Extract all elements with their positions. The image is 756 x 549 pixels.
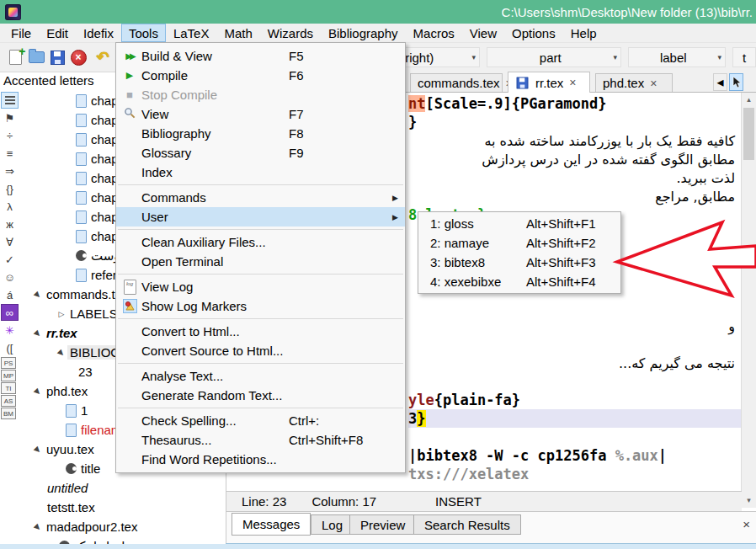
menu-item-label: Thesaurus... — [141, 433, 211, 447]
ps-icon[interactable]: PS — [1, 357, 16, 369]
menu-item-clean-auxiliary-files-[interactable]: Clean Auxiliary Files... — [116, 232, 405, 252]
tab-commands-tex[interactable]: commands.tex× — [410, 73, 503, 92]
tab-close-icon[interactable]: × — [650, 77, 657, 90]
braces-icon[interactable]: {} — [1, 180, 19, 197]
menu-item-glossary[interactable]: GlossaryF9 — [116, 143, 405, 163]
titlebar[interactable]: C:\Users\shm\Desktop\New folder (13)\bib… — [0, 0, 756, 24]
tab-close-icon[interactable]: × — [569, 76, 576, 89]
menu-item-commands[interactable]: Commands▶ — [116, 188, 405, 207]
menu-view[interactable]: View — [462, 24, 504, 42]
menu-macros[interactable]: Macros — [406, 24, 462, 42]
panel-tab-preview[interactable]: Preview — [349, 514, 416, 535]
menu-options[interactable]: Options — [504, 24, 563, 42]
menu-item-show-log-markers[interactable]: Show Log Markers — [116, 296, 405, 316]
reference-combo[interactable]: label▾ — [628, 47, 726, 67]
menu-wizards[interactable]: Wizards — [260, 24, 321, 42]
menu-idefix[interactable]: Idefix — [76, 24, 121, 42]
panel-tab-log[interactable]: Log — [311, 514, 354, 535]
brackets-icon[interactable]: ([ — [1, 339, 19, 356]
sectioning-combo[interactable]: part▾ — [487, 47, 621, 67]
expander-open-icon[interactable]: ▶ — [31, 287, 45, 301]
tree-item[interactable]: tetstt.tex — [22, 498, 226, 517]
menu-file[interactable]: File — [3, 24, 39, 42]
menu-item-user[interactable]: User▶ — [116, 207, 405, 227]
structure-icon[interactable] — [1, 92, 19, 109]
expander-open-icon[interactable]: ▶ — [31, 442, 45, 456]
undo-button[interactable]: ↶ — [93, 47, 113, 67]
menu-item-compile[interactable]: ▶CompileF6 — [116, 66, 405, 85]
tree-item[interactable]: untitled — [22, 478, 226, 498]
menu-help[interactable]: Help — [563, 24, 604, 42]
ti-icon[interactable]: TI — [1, 382, 16, 394]
tab-cursor-button[interactable] — [729, 73, 743, 91]
asterisk-icon[interactable]: ✳ — [1, 322, 19, 338]
menu-item-open-terminal[interactable]: Open Terminal — [116, 252, 405, 271]
menu-item-build-view[interactable]: ▶▶Build & ViewF5 — [116, 46, 405, 66]
panel-tab-search-results[interactable]: Search Results — [413, 514, 521, 535]
tab-phd-tex[interactable]: phd.tex× — [595, 73, 673, 92]
menu-item-check-spelling-[interactable]: Check Spelling...Ctrl+: — [116, 411, 405, 430]
save-button[interactable] — [47, 47, 67, 67]
menu-latex[interactable]: LaTeX — [166, 24, 217, 42]
panel-tab-messages[interactable]: Messages — [232, 513, 311, 536]
scrollbar-thumb[interactable] — [743, 108, 754, 160]
menu-item-find-word-repetitions-[interactable]: Find Word Repetitions... — [116, 450, 405, 469]
menu-item-analyse-text-[interactable]: Analyse Text... — [116, 366, 405, 386]
equiv-icon[interactable]: ≡ — [1, 145, 19, 162]
expander-closed-icon[interactable]: ▷ — [47, 542, 59, 545]
accent-a-icon[interactable]: á — [1, 286, 19, 303]
menu-item-generate-random-text-[interactable]: Generate Random Text... — [116, 386, 405, 405]
file-icon — [76, 269, 87, 282]
menu-item-view[interactable]: ViewF7 — [116, 104, 405, 124]
menu-tools[interactable]: Tools — [121, 24, 166, 42]
tab-rr-tex[interactable]: rr.tex× — [508, 72, 590, 93]
menu-item-label: View Log — [141, 280, 193, 294]
new-file-button[interactable]: + — [5, 47, 25, 67]
menu-edit[interactable]: Edit — [39, 24, 76, 42]
smiley-icon[interactable]: ☺ — [1, 269, 19, 285]
menu-item-convert-source-to-html-[interactable]: Convert Source to Html... — [116, 341, 405, 360]
lambda-icon[interactable]: λ — [1, 198, 19, 215]
panel-close-icon[interactable]: × — [743, 517, 750, 531]
cyrillic-icon[interactable]: ж — [1, 216, 19, 232]
open-button[interactable] — [26, 47, 46, 67]
tree-item[interactable]: ▷ایجاد لینک — [22, 536, 226, 544]
infinity-icon[interactable]: ∞ — [1, 304, 19, 321]
arrow-icon[interactable]: ⇒ — [1, 163, 19, 179]
as-icon[interactable]: AS — [1, 395, 16, 407]
expander-open-icon[interactable]: ▶ — [55, 345, 69, 360]
scroll-down-arrow[interactable]: ▾ — [742, 493, 756, 508]
save-icon — [51, 51, 65, 65]
status-column: Column: 17 — [311, 494, 376, 509]
menu-item-view-log[interactable]: logView Log — [116, 277, 405, 296]
code-line: } — [408, 113, 742, 131]
bookmark-icon[interactable]: ⚑ — [1, 109, 19, 126]
expander-open-icon[interactable]: ▶ — [31, 384, 45, 398]
tree-item[interactable]: ▶madadpour2.tex — [22, 517, 226, 536]
menu-bibliography[interactable]: Bibliography — [321, 24, 406, 42]
mp-icon[interactable]: MP — [1, 370, 16, 381]
menu-item-stop-compile[interactable]: ■Stop Compile — [116, 85, 405, 104]
view-log-icon: log — [124, 280, 136, 295]
close-button[interactable]: × — [68, 47, 88, 67]
expander-closed-icon[interactable]: ▷ — [56, 310, 67, 318]
menu-item-thesaurus-[interactable]: Thesaurus...Ctrl+Shift+F8 — [116, 430, 405, 450]
code-line — [408, 335, 742, 354]
expander-open-icon[interactable]: ▶ — [31, 520, 45, 534]
math-delimiter-combo[interactable]: \right)▾ — [397, 47, 480, 67]
menu-math[interactable]: Math — [216, 24, 259, 42]
check-icon[interactable]: ✓ — [1, 251, 19, 268]
menu-item-bibliography[interactable]: BibliographyF8 — [116, 124, 405, 143]
menu-item-convert-to-html-[interactable]: Convert to Html... — [116, 322, 405, 341]
truncated-combo[interactable]: t — [732, 47, 756, 67]
expander-open-icon[interactable]: ▶ — [31, 326, 45, 340]
divide-icon[interactable]: ÷ — [1, 127, 19, 144]
menu-item-index[interactable]: Index — [116, 163, 405, 182]
menu-item-shortcut: F6 — [289, 68, 304, 83]
tab-scroll-left-button[interactable]: ◂ — [713, 73, 727, 91]
bm-icon[interactable]: BM — [1, 408, 16, 419]
scroll-up-arrow[interactable]: ▴ — [742, 93, 756, 107]
menu-item-shortcut: Ctrl+: — [289, 413, 319, 428]
forall-icon[interactable]: ∀ — [1, 233, 19, 250]
submenu-item-label: 2: namaye — [430, 236, 489, 250]
